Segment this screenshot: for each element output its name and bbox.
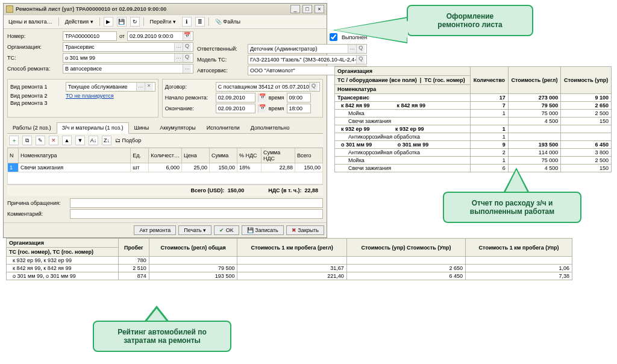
ts-label: ТС:: [7, 55, 60, 61]
close-button[interactable]: ×: [315, 5, 324, 13]
from-label: от: [119, 33, 125, 39]
tab-parts[interactable]: З/ч и материалы (1 поз.): [57, 122, 129, 134]
service-label: Автосервис:: [197, 67, 245, 74]
org-label: Организация:: [7, 44, 60, 50]
files-menu[interactable]: 📎 Файлы: [213, 18, 243, 25]
actions-menu[interactable]: Действия ▾: [63, 18, 96, 25]
main-toolbar: Цены и валюта… Действия ▾ ▶ 💾 ↻ Перейти …: [4, 14, 327, 29]
edit-row-icon[interactable]: ✎: [36, 136, 45, 145]
table-row[interactable]: 1 Свечи зажигания шт 6,000 25,00 150,00 …: [8, 163, 323, 172]
calendar-icon[interactable]: 📅: [183, 32, 191, 40]
tab-tires[interactable]: Шины: [129, 122, 155, 133]
cancel-button[interactable]: ✖ Закрыть: [286, 225, 324, 235]
titlebar[interactable]: Ремонтный лист (уат) ТРА00000010 от 02.0…: [4, 4, 327, 14]
kind2-label: Вид ремонта 2: [10, 93, 63, 99]
add-row-icon[interactable]: ＋: [9, 136, 19, 145]
dates-group: Договор:С поставщиком 35412 от 05.07.201…: [162, 79, 323, 118]
sort-az-icon[interactable]: A↓: [89, 136, 98, 145]
tabs: Работы (2 поз.) З/ч и материалы (1 поз.)…: [7, 122, 323, 134]
calendar-icon[interactable]: 📅: [258, 93, 266, 102]
copy-row-icon[interactable]: ⧉: [22, 136, 32, 145]
kind3-label: Вид ремонта 3: [10, 100, 63, 106]
contract-select[interactable]: С поставщиком 35412 от 05.07.2010Q: [216, 82, 320, 92]
resp-label: Ответственный:: [197, 46, 245, 52]
repair-kind-group: Вид ремонта 1Текущее обслуживание…× Вид …: [7, 79, 158, 118]
podbor-button[interactable]: 🗂 Подбор: [115, 137, 141, 143]
resp-select[interactable]: Деточник (Администратор)…Q: [248, 44, 367, 54]
move-down-icon[interactable]: ▼: [75, 136, 85, 145]
run-icon[interactable]: ▶: [104, 17, 113, 27]
maximize-button[interactable]: □: [302, 5, 312, 13]
sort-za-icon[interactable]: Z↓: [102, 136, 111, 145]
comment-label: Комментарий:: [7, 211, 67, 217]
method-select[interactable]: В автосервисе…: [63, 64, 193, 74]
parts-report: ОрганизацияКоличествоСтоимость (регл)Сто…: [334, 66, 612, 172]
act-button[interactable]: Акт ремонта: [134, 225, 176, 235]
callout-1: Оформлениеремонтного листа: [407, 5, 533, 36]
org-select[interactable]: Трансервис…Q: [63, 42, 193, 52]
tab-extra[interactable]: Дополнительно: [245, 122, 295, 133]
number-label: Номер:: [7, 33, 60, 39]
info-icon[interactable]: ℹ: [182, 17, 192, 27]
start-label: Начало ремонта:: [165, 95, 213, 101]
grid-toolbar: ＋ ⧉ ✎ ✕ ▲ ▼ A↓ Z↓ 🗂 Подбор: [7, 134, 323, 148]
minimize-button[interactable]: _: [290, 5, 300, 13]
calendar-icon[interactable]: 📅: [258, 104, 266, 113]
kind1-select[interactable]: Текущее обслуживание…×: [66, 82, 155, 92]
window-icon: [6, 5, 13, 13]
repair-sheet-window: Ремонтный лист (уат) ТРА00000010 от 02.0…: [3, 3, 327, 238]
model-label: Модель ТС:: [197, 57, 245, 63]
rating-report: Организация Пробег Стоимость (регл) обща…: [6, 238, 572, 280]
template-icon[interactable]: ≣: [195, 17, 205, 27]
tab-batt[interactable]: Аккумуляторы: [154, 122, 201, 133]
parts-grid[interactable]: N Номенклатура Ед. Количест… Цена Сумма …: [7, 148, 323, 184]
go-menu[interactable]: Перейти ▾: [148, 18, 178, 25]
tab-perf[interactable]: Исполнители: [201, 122, 245, 133]
contract-label: Договор:: [165, 84, 213, 90]
callout-2: Отчет по расходу з/ч ивыполненным работа…: [443, 192, 581, 223]
end-time[interactable]: 18:00: [287, 104, 311, 113]
bottom-toolbar: Акт ремонта Печать ▾ ✔ OK 💾 Записать ✖ З…: [4, 222, 327, 237]
move-up-icon[interactable]: ▲: [62, 136, 72, 145]
kind1-label: Вид ремонта 1: [10, 84, 63, 90]
model-select[interactable]: ГАЗ-221400 "Газель" (ЗМЗ-4026.10-4L-2,4-…: [248, 55, 367, 64]
to-link[interactable]: ТО не планируется: [66, 93, 114, 99]
save-button[interactable]: 💾 Записать: [242, 225, 284, 235]
reason-label: Причина обращения:: [7, 200, 67, 206]
number-input[interactable]: ТРА00000010: [63, 31, 117, 41]
comment-input[interactable]: [70, 209, 323, 219]
reason-input[interactable]: [70, 198, 323, 208]
date-input[interactable]: 02.09.2010 9:00:0📅: [127, 31, 193, 41]
end-label: Окончание:: [165, 105, 213, 111]
totals-row: Всего (USD): 150,00 НДС (в т. ч.): 22,88: [7, 184, 323, 196]
ok-button[interactable]: ✔ OK: [214, 225, 239, 235]
callout-3: Рейтинг автомобилей позатратам на ремонт…: [93, 321, 231, 352]
refresh-icon[interactable]: ↻: [130, 17, 140, 27]
window-title: Ремонтный лист (уат) ТРА00000010 от 02.0…: [16, 6, 288, 12]
print-button[interactable]: Печать ▾: [178, 225, 211, 235]
save-icon[interactable]: 💾: [117, 17, 127, 27]
start-date[interactable]: 02.09.2010: [216, 93, 255, 102]
ts-select[interactable]: о 301 мм 99…Q: [63, 53, 193, 63]
tab-works[interactable]: Работы (2 поз.): [7, 122, 57, 133]
form-body: Номер: ТРА00000010 от 02.09.2010 9:00:0📅…: [4, 29, 327, 222]
prices-menu[interactable]: Цены и валюта…: [6, 18, 55, 25]
method-label: Способ ремонта:: [7, 66, 60, 72]
end-date[interactable]: 02.09.2010: [216, 104, 255, 113]
delete-row-icon[interactable]: ✕: [49, 136, 58, 145]
start-time[interactable]: 09:00: [287, 93, 311, 102]
